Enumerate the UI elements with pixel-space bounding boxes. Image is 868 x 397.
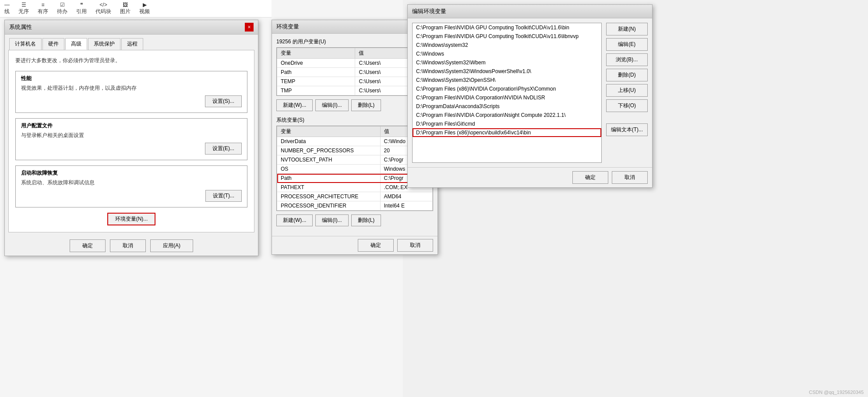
tab-remote[interactable]: 远程: [121, 38, 143, 50]
editenv-path-item[interactable]: D:\Program Files (x86)\opencv\build\x64\…: [413, 128, 601, 137]
sysprop-body: 要进行大多数更改，你必须作为管理员登录。 性能 视觉效果，处理器计划，内存使用，…: [8, 50, 254, 232]
sysprop-title-bar: 系统属性 ×: [5, 20, 258, 35]
toolbar-video[interactable]: ▶ 视频: [139, 2, 150, 15]
sysprop-dialog: 系统属性 × 计算机名 硬件 高级 系统保护 远程 要进行大多数更改，你必须作为…: [4, 20, 258, 256]
sys-new-button[interactable]: 新建(W)...: [276, 214, 313, 226]
startup-desc: 系统启动、系统故障和调试信息: [21, 179, 242, 186]
editenv-action-buttons: 新建(N) 编辑(E) 浏览(B)... 删除(D) 上移(U) 下移(O) 编…: [606, 23, 648, 163]
startup-title: 启动和故障恢复: [21, 169, 242, 177]
startup-settings-button[interactable]: 设置(T)...: [205, 190, 242, 202]
userprofile-desc: 与登录帐户相关的桌面设置: [21, 132, 242, 139]
performance-title: 性能: [21, 75, 242, 82]
sys-var-value: Intel64 E: [380, 201, 432, 211]
editenv-path-item[interactable]: D:\Program Files\Git\cmd: [413, 119, 601, 128]
warning-text: 要进行大多数更改，你必须作为管理员登录。: [15, 57, 247, 64]
toolbar-ordered[interactable]: ≡ 有序: [38, 2, 48, 15]
sys-vars-buttons: 新建(W)... 编辑(I)... 删除(L): [276, 214, 433, 226]
editenv-movedown-button[interactable]: 下移(O): [606, 99, 648, 112]
editenv-cancel-button[interactable]: 取消: [612, 171, 648, 184]
editenv-list: C:\Program Files\NVIDIA GPU Computing To…: [412, 23, 602, 163]
tab-systemprotection[interactable]: 系统保护: [88, 38, 120, 50]
editenv-body: C:\Program Files\NVIDIA GPU Computing To…: [408, 18, 652, 167]
user-table-header-name: 变量: [277, 48, 355, 59]
sys-var-row[interactable]: PROCESSOR_IDENTIFIERIntel64 E: [277, 201, 433, 211]
envvar-ok-button[interactable]: 确定: [358, 239, 394, 252]
editenv-path-item[interactable]: C:\Windows\System32\OpenSSH\: [413, 76, 601, 84]
sys-edit-button[interactable]: 编辑(I)...: [315, 214, 348, 226]
editenv-edit-button[interactable]: 编辑(E): [606, 38, 648, 51]
editenv-path-item[interactable]: C:\Program Files\NVIDIA Corporation\Nsig…: [413, 111, 601, 119]
editenv-path-item[interactable]: D:\ProgramData\Anaconda3\Scripts: [413, 102, 601, 111]
performance-settings-button[interactable]: 设置(S)...: [205, 95, 242, 107]
sys-var-row[interactable]: PROCESSOR_ARCHITECTUREAMD64: [277, 192, 433, 201]
toolbar-unordered[interactable]: ☰ 无序: [18, 2, 29, 15]
sys-var-name: PROCESSOR_ARCHITECTURE: [277, 192, 381, 201]
user-new-button[interactable]: 新建(W)...: [276, 99, 313, 111]
tab-computername[interactable]: 计算机名: [9, 38, 42, 50]
sys-var-name: DriverData: [277, 137, 381, 146]
sysprop-title: 系统属性: [9, 23, 32, 31]
editenv-title: 编辑环境变量: [408, 5, 652, 18]
editenv-path-item[interactable]: C:\Program Files\NVIDIA GPU Computing To…: [413, 23, 601, 32]
editenv-path-item[interactable]: C:\Windows: [413, 49, 601, 58]
editenv-new-button[interactable]: 新建(N): [606, 23, 648, 35]
user-var-name: OneDrive: [277, 59, 355, 68]
performance-section: 性能 视觉效果，处理器计划，内存使用，以及虚拟内存 设置(S)...: [15, 71, 247, 113]
sysprop-cancel-button[interactable]: 取消: [110, 239, 146, 252]
editenv-path-item[interactable]: C:\Windows\System32\Wbem: [413, 58, 601, 67]
editenv-ok-button[interactable]: 确定: [572, 171, 608, 184]
sys-var-name: Path: [277, 174, 381, 183]
user-var-name: TEMP: [277, 77, 355, 86]
editenv-path-item[interactable]: C:\Windows\system32: [413, 41, 601, 49]
sys-table-header-name: 变量: [277, 126, 381, 137]
sysprop-tabs: 计算机名 硬件 高级 系统保护 远程: [5, 35, 258, 50]
envvar-footer: 确定 取消: [272, 236, 438, 254]
sysprop-footer: 确定 取消 应用(A): [5, 236, 258, 256]
toolbar-todo[interactable]: ☑ 待办: [57, 2, 67, 15]
editenv-path-item[interactable]: C:\Program Files\NVIDIA Corporation\NVID…: [413, 93, 601, 102]
sysprop-close-button[interactable]: ×: [245, 23, 254, 32]
editenv-path-item[interactable]: C:\Windows\System32\WindowsPowerShell\v1…: [413, 67, 601, 76]
editenv-edittext-button[interactable]: 编辑文本(T)...: [606, 123, 648, 136]
toolbar-codeblock[interactable]: </> 代码块: [95, 2, 111, 15]
sys-var-name: OS: [277, 165, 381, 174]
envvar-cancel-button[interactable]: 取消: [397, 239, 433, 252]
userprofile-settings-button[interactable]: 设置(E)...: [205, 143, 242, 155]
userprofile-title: 用户配置文件: [21, 122, 242, 130]
watermark: CSDN @qq_1925620345: [809, 390, 864, 395]
startup-section: 启动和故障恢复 系统启动、系统故障和调试信息 设置(T)...: [15, 165, 247, 207]
env-variables-button[interactable]: 环境变量(N)...: [107, 213, 156, 225]
sysprop-ok-button[interactable]: 确定: [70, 239, 106, 252]
tab-hardware[interactable]: 硬件: [42, 38, 64, 50]
sys-var-name: NUMBER_OF_PROCESSORS: [277, 146, 381, 155]
editenv-moveup-button[interactable]: 上移(U): [606, 84, 648, 97]
sys-var-name: NVTOOLSEXT_PATH: [277, 155, 381, 165]
toolbar-line[interactable]: — 线: [4, 2, 10, 15]
performance-desc: 视觉效果，处理器计划，内存使用，以及虚拟内存: [21, 84, 242, 92]
sys-var-value: AMD64: [380, 192, 432, 201]
user-edit-button[interactable]: 编辑(I)...: [315, 99, 348, 111]
editenv-delete-button[interactable]: 删除(D): [606, 69, 648, 81]
sysprop-apply-button[interactable]: 应用(A): [150, 239, 193, 252]
editenv-path-item[interactable]: C:\Program Files (x86)\NVIDIA Corporatio…: [413, 84, 601, 93]
editenv-browse-button[interactable]: 浏览(B)...: [606, 53, 648, 66]
tab-advanced[interactable]: 高级: [65, 38, 87, 50]
sys-delete-button[interactable]: 删除(L): [351, 214, 381, 226]
user-var-name: TMP: [277, 86, 355, 95]
editenv-path-item[interactable]: C:\Program Files\NVIDIA GPU Computing To…: [413, 32, 601, 41]
user-var-name: Path: [277, 68, 355, 77]
toolbar: — 线 ☰ 无序 ≡ 有序 ☑ 待办 ❝ 引用 </> 代码块 🖼 图片 ▶ 视…: [0, 0, 272, 18]
toolbar-quote[interactable]: ❝ 引用: [76, 2, 87, 15]
user-delete-button[interactable]: 删除(L): [351, 99, 381, 111]
userprofile-section: 用户配置文件 与登录帐户相关的桌面设置 设置(E)...: [15, 118, 247, 160]
toolbar-image[interactable]: 🖼 图片: [120, 2, 131, 15]
sys-var-name: PROCESSOR_IDENTIFIER: [277, 201, 381, 211]
editenv-footer: 确定 取消: [408, 167, 652, 187]
sys-var-name: PATHEXT: [277, 183, 381, 192]
editenv-dialog: 编辑环境变量 C:\Program Files\NVIDIA GPU Compu…: [407, 4, 653, 188]
